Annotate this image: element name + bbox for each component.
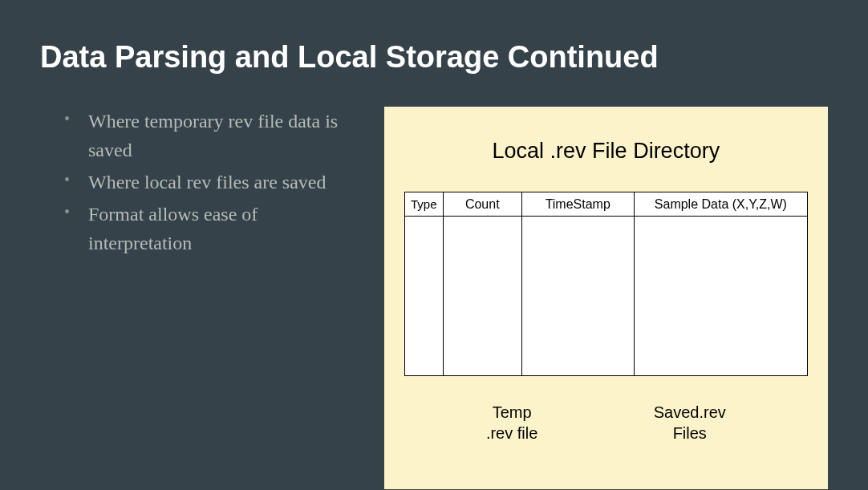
table-body-cell [522,217,634,375]
table-col-count: Count [444,192,522,375]
directory-table: Type Count TimeStamp Sample Data (X,Y,Z,… [404,192,808,376]
table-body-cell [635,217,807,375]
slide: Data Parsing and Local Storage Continued… [0,0,868,490]
label-temp-rev: Temp.rev file [486,402,537,443]
bullet-list: Where temporary rev file data is saved W… [40,107,360,489]
bottom-labels: Temp.rev file Saved.revFiles [404,402,808,443]
content-row: Where temporary rev file data is saved W… [40,107,828,489]
table-col-type: Type [405,192,444,375]
label-saved-rev: Saved.revFiles [654,402,726,443]
table-body-cell [405,217,443,375]
bullet-item: Format allows ease of interpretation [64,200,360,257]
diagram-panel: Local .rev File Directory Type Count Tim… [384,107,828,489]
table-col-sample: Sample Data (X,Y,Z,W) [635,192,807,375]
table-header-timestamp: TimeStamp [522,192,634,217]
diagram-title: Local .rev File Directory [404,139,808,164]
table-header-count: Count [444,192,521,217]
slide-title: Data Parsing and Local Storage Continued [40,40,828,75]
table-header-type: Type [405,192,443,217]
table-body-cell [444,217,521,375]
table-col-timestamp: TimeStamp [522,192,635,375]
bullet-item: Where local rev files are saved [64,168,360,196]
bullet-item: Where temporary rev file data is saved [64,107,360,164]
table-header-sample: Sample Data (X,Y,Z,W) [635,192,807,217]
